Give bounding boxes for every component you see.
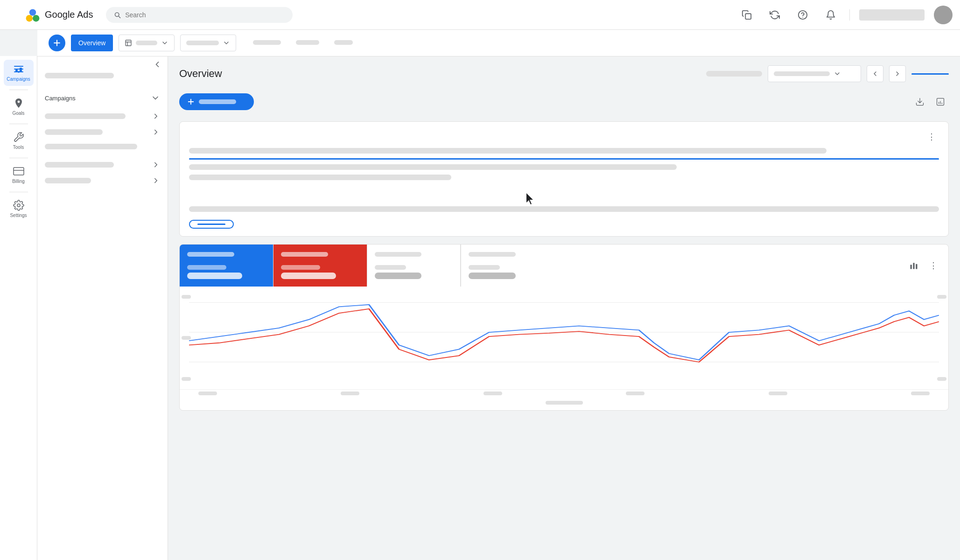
panel-campaigns-label: Campaigns — [45, 95, 76, 102]
nav-right — [737, 6, 953, 24]
panel-item-2[interactable] — [37, 124, 168, 140]
search-input[interactable] — [125, 11, 285, 19]
metric-tile-red[interactable] — [273, 245, 367, 287]
metric-ph-w2-2 — [469, 273, 516, 279]
search-bar[interactable] — [106, 7, 293, 23]
overview-header: Overview — [168, 56, 960, 88]
svg-point-1 — [33, 15, 39, 21]
date-picker-btn[interactable] — [768, 65, 861, 82]
prev-date-btn[interactable] — [867, 65, 883, 82]
metric-ph-w1-2 — [375, 273, 421, 279]
metric-tile-w2-header — [469, 252, 547, 257]
svg-rect-13 — [913, 263, 914, 269]
svg-point-0 — [26, 15, 33, 21]
sidebar: Campaigns Goals Tools Billing — [0, 56, 37, 560]
report-icon-btn[interactable] — [932, 93, 949, 110]
chevron-down-icon-2 — [223, 39, 230, 47]
top-nav: Google Ads — [0, 0, 960, 30]
metric-title-blue — [187, 252, 234, 257]
account-name-placeholder[interactable] — [859, 9, 925, 21]
x-axis-center-label — [180, 399, 948, 410]
sidebar-item-settings[interactable]: Settings — [4, 196, 34, 222]
tab-placeholder-3[interactable] — [327, 30, 360, 56]
metric-tile-blue-header — [187, 252, 266, 257]
card-overview-stats: ⋮ — [179, 121, 949, 237]
card1-content: ⋮ — [180, 122, 948, 236]
main-content: Overview — [168, 56, 960, 560]
app-title: Google Ads — [45, 9, 93, 20]
plus-icon — [52, 38, 62, 48]
line-chart-svg — [189, 294, 939, 371]
chip-btn[interactable] — [189, 220, 234, 229]
location-icon — [125, 39, 132, 47]
plus-campaign-icon — [187, 98, 195, 106]
nav-divider — [849, 9, 850, 21]
metric-ph-w1-1 — [375, 265, 406, 270]
panel-item-1[interactable] — [37, 108, 168, 124]
sidebar-settings-label: Settings — [10, 213, 27, 218]
dropdown1[interactable] — [119, 35, 175, 51]
add-campaign-btn[interactable] — [179, 93, 254, 110]
panel-item-4[interactable] — [37, 173, 168, 189]
panel-ph-row-2 — [37, 144, 168, 157]
card1-lines — [189, 148, 939, 180]
card1-chip-area — [189, 219, 939, 229]
overview-filter-placeholder — [706, 71, 762, 77]
cursor-icon — [526, 193, 536, 204]
help-icon-btn[interactable] — [793, 6, 812, 24]
chip-line — [197, 224, 225, 225]
hamburger-menu[interactable] — [7, 9, 19, 21]
sidebar-separator-2 — [9, 124, 28, 124]
y-label-mid-left — [182, 336, 191, 340]
sidebar-billing-label: Billing — [12, 179, 25, 184]
x-axis — [180, 389, 948, 399]
dropdown2[interactable] — [180, 35, 236, 51]
sidebar-item-tools[interactable]: Tools — [4, 128, 34, 154]
card2-more-btn[interactable]: ⋮ — [926, 258, 941, 273]
chevron-down-icon-1 — [161, 39, 168, 47]
metric-tile-white-1[interactable] — [367, 245, 461, 287]
next-date-btn[interactable] — [889, 65, 906, 82]
tools-icon — [13, 132, 24, 143]
x-center-ph — [546, 401, 583, 405]
panel-item-3[interactable] — [37, 157, 168, 173]
sidebar-item-billing[interactable]: Billing — [4, 162, 34, 188]
card1-ph-line-1 — [189, 148, 827, 154]
chart-type-btn[interactable] — [905, 257, 922, 274]
svg-rect-9 — [14, 168, 24, 175]
card1-cursor-area — [189, 189, 939, 204]
billing-icon — [13, 166, 24, 177]
panel-collapse-btn[interactable] — [37, 56, 168, 73]
red-line — [189, 309, 939, 362]
svg-rect-3 — [745, 14, 751, 19]
sidebar-item-goals[interactable]: Goals — [4, 94, 34, 120]
svg-rect-6 — [20, 68, 22, 72]
notifications-icon-btn[interactable] — [821, 6, 840, 24]
metric-tile-red-header — [281, 252, 359, 257]
metric-ph-w2-1 — [469, 265, 500, 270]
overview-btn[interactable]: Overview — [71, 35, 113, 51]
download-btn[interactable] — [911, 93, 928, 110]
metric-tile-blue[interactable] — [180, 245, 273, 287]
svg-point-8 — [18, 71, 20, 73]
create-plus-btn[interactable] — [49, 35, 65, 51]
tab-placeholder-2[interactable] — [288, 30, 327, 56]
panel-ph-row-1 — [37, 73, 168, 88]
x-label-6 — [911, 392, 930, 395]
panel-campaigns-header[interactable]: Campaigns — [37, 88, 168, 108]
chevron-right-date-icon — [894, 70, 901, 77]
sidebar-item-campaigns[interactable]: Campaigns — [4, 60, 34, 86]
tab-placeholder-1[interactable] — [245, 30, 288, 56]
refresh-icon-btn[interactable] — [765, 6, 784, 24]
metric-tile-blue-values — [187, 265, 266, 279]
metric-tile-white-2[interactable] — [461, 245, 554, 287]
copy-icon-btn[interactable] — [737, 6, 756, 24]
card1-more-btn[interactable]: ⋮ — [924, 129, 939, 144]
sub-tabs — [245, 30, 360, 56]
action-bar — [168, 88, 960, 116]
campaigns-icon — [13, 63, 24, 75]
user-avatar[interactable] — [934, 6, 953, 24]
svg-rect-12 — [911, 265, 912, 269]
x-label-4 — [626, 392, 645, 395]
y-label-top-left — [182, 295, 191, 299]
